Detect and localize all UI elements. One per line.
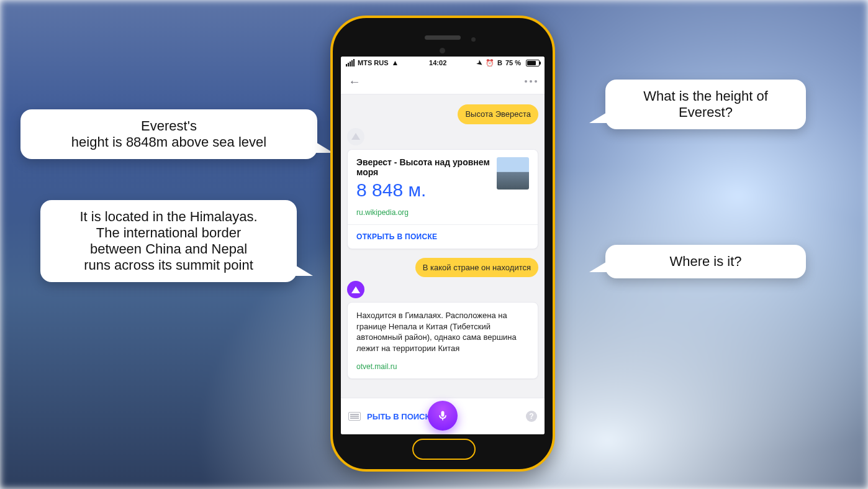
more-button[interactable]: [525, 80, 537, 83]
callout-text: Where is it?: [620, 254, 791, 270]
callout-text: Everest's: [35, 118, 302, 134]
card-source[interactable]: otvet.mail.ru: [356, 362, 529, 371]
callout-text: Everest?: [620, 104, 791, 121]
callout-height-answer: Everest's height is 8848m above sea leve…: [20, 109, 317, 159]
help-button[interactable]: ?: [526, 411, 537, 422]
phone-screen: MTS RUS ▲ 14:02 ➤ ⏰ B 75 % ←: [341, 57, 545, 434]
callout-where-answer: It is located in the Himalayas. The inte…: [40, 200, 297, 282]
mic-button[interactable]: [428, 401, 458, 431]
phone-speaker: [425, 35, 461, 40]
callout-text: runs across its summit point: [55, 257, 282, 273]
alice-triangle-icon: [351, 286, 360, 293]
phone-frame: MTS RUS ▲ 14:02 ➤ ⏰ B 75 % ←: [330, 16, 555, 472]
alice-avatar-idle: [347, 128, 364, 145]
clock: 14:02: [429, 59, 446, 66]
phone-sensor: [471, 37, 476, 42]
alarm-icon: ⏰: [486, 59, 494, 67]
callout-text: The international border: [55, 225, 282, 241]
everest-thumbnail: [497, 157, 529, 190]
callout-text: What is the height of: [620, 88, 791, 104]
callout-where-question: Where is it?: [605, 245, 806, 278]
home-button[interactable]: [412, 439, 476, 460]
callout-height-question: What is the height of Everest?: [605, 80, 806, 129]
chat-area: Высота Эвереста Эверест - Высота над уро…: [341, 94, 545, 423]
callout-text: between China and Nepal: [55, 241, 282, 257]
back-button[interactable]: ←: [348, 75, 361, 89]
bluetooth-icon: B: [497, 59, 502, 66]
keyboard-icon[interactable]: [348, 412, 361, 421]
open-in-search-link[interactable]: ОТКРЫТЬ В ПОИСКЕ: [356, 232, 529, 241]
battery-pct: 75 %: [505, 59, 521, 66]
card-value: 8 848 м.: [356, 180, 491, 201]
callout-text: It is located in the Himalayas.: [55, 209, 282, 225]
battery-icon: [524, 60, 540, 66]
card-title: Эверест - Высота над уровнем моря: [356, 157, 491, 177]
callout-text: height is 8848m above sea level: [35, 134, 302, 150]
phone-camera: [440, 48, 445, 53]
mic-icon: [436, 409, 449, 422]
carrier-label: MTS RUS: [358, 59, 389, 66]
signal-icon: [346, 59, 355, 66]
input-bar: РЫТЬ В ПОИСКЕ ?: [341, 398, 545, 434]
location-icon: ➤: [475, 58, 484, 68]
user-message[interactable]: Высота Эвереста: [458, 104, 538, 124]
divider: [348, 224, 538, 225]
alice-avatar-active: [347, 281, 364, 298]
input-hint[interactable]: РЫТЬ В ПОИСКЕ: [367, 412, 435, 421]
answer-card-location[interactable]: Находится в Гималаях. Расположена на гра…: [347, 302, 538, 379]
answer-card-height[interactable]: Эверест - Высота над уровнем моря 8 848 …: [347, 149, 538, 249]
card-source[interactable]: ru.wikipedia.org: [356, 208, 529, 217]
nav-bar: ←: [341, 69, 545, 94]
status-bar: MTS RUS ▲ 14:02 ➤ ⏰ B 75 %: [341, 57, 545, 69]
card-body: Находится в Гималаях. Расположена на гра…: [356, 310, 529, 354]
wifi-icon: ▲: [392, 58, 399, 67]
alice-triangle-icon: [351, 133, 360, 140]
user-message[interactable]: В какой стране он находится: [415, 258, 538, 278]
